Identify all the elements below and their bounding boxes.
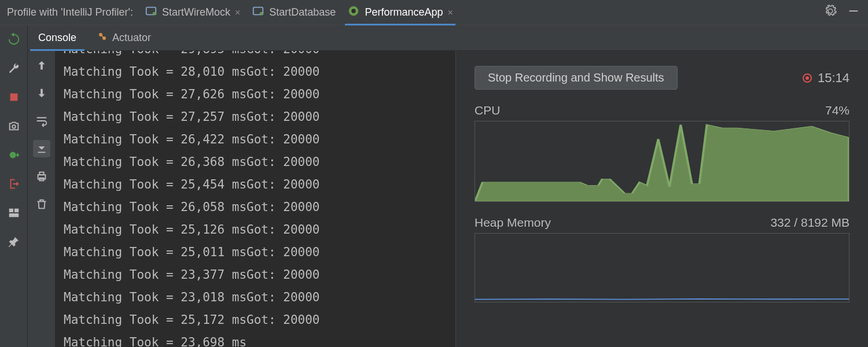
svg-point-3 bbox=[260, 12, 263, 16]
svg-rect-11 bbox=[14, 209, 18, 212]
tool-window-gutter bbox=[0, 25, 28, 347]
spring-boot-icon bbox=[252, 5, 264, 20]
run-config-tab-startwiremock[interactable]: StartWireMock × bbox=[139, 0, 246, 25]
tab-console[interactable]: Console bbox=[28, 25, 87, 51]
soft-wrap-icon[interactable] bbox=[33, 112, 50, 130]
console-line: Matching Took = 23,018 msGot: 20000 bbox=[64, 286, 455, 309]
svg-rect-6 bbox=[849, 10, 858, 12]
minimize-icon[interactable] bbox=[847, 5, 860, 20]
profile-with-label: Profile with 'IntelliJ Profiler': bbox=[7, 6, 133, 19]
run-config-tab-label: PerformanceApp bbox=[365, 6, 443, 19]
console-line: Matching Took = 25,454 msGot: 20000 bbox=[64, 174, 455, 196]
trash-icon[interactable] bbox=[33, 195, 50, 213]
close-icon[interactable]: × bbox=[447, 8, 453, 18]
console-line: Matching Took = 25,011 msGot: 20000 bbox=[64, 241, 455, 264]
profiler-pane: Stop Recording and Show Results 15:14 CP… bbox=[456, 51, 868, 347]
layout-icon[interactable] bbox=[6, 205, 22, 221]
recording-time-value: 15:14 bbox=[818, 71, 849, 86]
console-pane: Matching Took = 29,895 msGot: 20000Match… bbox=[28, 51, 456, 347]
exit-icon[interactable] bbox=[6, 176, 22, 192]
run-config-tab-label: StartDatabase bbox=[269, 6, 336, 19]
console-line: Matching Took = 29,895 msGot: 20000 bbox=[64, 51, 455, 61]
console-line: Matching Took = 27,626 msGot: 20000 bbox=[64, 83, 455, 106]
console-line: Matching Took = 26,058 msGot: 20000 bbox=[64, 196, 455, 219]
gear-icon[interactable] bbox=[824, 5, 837, 20]
attach-debugger-icon[interactable] bbox=[6, 147, 22, 163]
svg-point-9 bbox=[9, 152, 16, 158]
console-line: Matching Took = 27,257 msGot: 20000 bbox=[64, 106, 455, 128]
main-content: Matching Took = 29,895 msGot: 20000Match… bbox=[28, 51, 868, 347]
cpu-value: 74% bbox=[825, 104, 849, 117]
console-toolbar bbox=[28, 51, 56, 347]
svg-point-5 bbox=[352, 9, 356, 13]
spring-boot-icon bbox=[347, 5, 360, 20]
actuator-icon bbox=[97, 31, 108, 45]
stop-recording-button[interactable]: Stop Recording and Show Results bbox=[475, 66, 678, 90]
svg-point-1 bbox=[153, 12, 156, 16]
console-line: Matching Took = 28,010 msGot: 20000 bbox=[64, 61, 455, 83]
console-line: Matching Took = 26,368 msGot: 20000 bbox=[64, 151, 455, 174]
svg-point-8 bbox=[12, 125, 16, 128]
arrow-down-icon[interactable] bbox=[33, 84, 50, 102]
console-line: Matching Took = 25,172 msGot: 20000 bbox=[64, 309, 455, 331]
rerun-button[interactable] bbox=[6, 31, 22, 47]
run-config-tab-performanceapp[interactable]: PerformanceApp × bbox=[341, 0, 458, 25]
record-icon bbox=[803, 73, 812, 83]
console-output[interactable]: Matching Took = 29,895 msGot: 20000Match… bbox=[56, 51, 455, 347]
svg-rect-16 bbox=[39, 172, 43, 175]
heap-value: 332 / 8192 MB bbox=[770, 216, 849, 230]
wrench-icon[interactable] bbox=[6, 60, 22, 76]
console-line: Matching Took = 25,126 msGot: 20000 bbox=[64, 219, 455, 241]
scroll-to-end-icon[interactable] bbox=[33, 140, 50, 157]
svg-rect-12 bbox=[9, 213, 19, 217]
cpu-label: CPU bbox=[475, 104, 500, 117]
close-icon[interactable]: × bbox=[235, 8, 240, 18]
heap-chart bbox=[475, 233, 849, 302]
svg-rect-10 bbox=[9, 209, 13, 212]
console-line: Matching Took = 23,377 msGot: 20000 bbox=[64, 264, 455, 286]
tab-label: Console bbox=[38, 32, 76, 44]
console-line: Matching Took = 26,422 msGot: 20000 bbox=[64, 128, 455, 151]
heap-label: Heap Memory bbox=[475, 216, 551, 230]
pin-icon[interactable] bbox=[6, 234, 22, 250]
run-config-tab-startdatabase[interactable]: StartDatabase bbox=[246, 0, 341, 25]
tab-label: Actuator bbox=[112, 32, 151, 44]
profiler-run-tabs: Profile with 'IntelliJ Profiler': StartW… bbox=[0, 0, 868, 25]
print-icon[interactable] bbox=[33, 168, 50, 185]
recording-timer: 15:14 bbox=[803, 71, 849, 86]
run-config-tab-label: StartWireMock bbox=[162, 6, 230, 19]
console-subtabs: Console Actuator bbox=[28, 25, 868, 51]
console-line: Matching Took = 23,698 ms bbox=[64, 331, 455, 347]
stop-button[interactable] bbox=[6, 89, 22, 105]
cpu-chart bbox=[475, 121, 849, 202]
tab-actuator[interactable]: Actuator bbox=[87, 25, 161, 51]
svg-rect-7 bbox=[10, 94, 17, 101]
spring-boot-icon bbox=[145, 5, 157, 20]
camera-icon[interactable] bbox=[6, 118, 22, 134]
arrow-up-icon[interactable] bbox=[33, 57, 50, 74]
